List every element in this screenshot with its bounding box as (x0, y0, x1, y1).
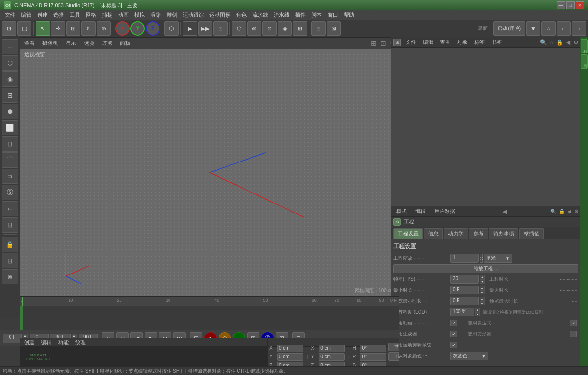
menu-pipeline2[interactable]: 流水线 (271, 10, 292, 20)
menu-mograph[interactable]: 运动图形 (207, 10, 233, 20)
bl-menu-function[interactable]: 功能 (56, 338, 70, 346)
menu-help[interactable]: 帮助 (341, 10, 357, 20)
interface-selector[interactable]: 启动 (用户) (493, 21, 525, 36)
obj-tool-btn[interactable]: ⬡ (164, 21, 179, 36)
render-deform-btn[interactable]: ◈ (278, 21, 292, 36)
timeline-ruler[interactable]: 0 10 20 30 40 50 60 70 80 90 0 F (20, 297, 399, 306)
vp-menu-panel[interactable]: 面板 (118, 39, 132, 48)
rotate-tool-btn[interactable]: ↻ (81, 21, 96, 36)
z-pos-input[interactable]: 0 cm (277, 362, 303, 367)
x-pos-input[interactable]: 0 cm (277, 345, 303, 352)
prop-input-preview-min[interactable]: 0 F (450, 297, 479, 305)
use-deform-checkbox[interactable] (570, 331, 577, 337)
menu-script[interactable]: 脚本 (309, 10, 325, 20)
rs-btn-2[interactable]: 层 (581, 54, 588, 69)
prop-unit-dropdown[interactable]: 厘米▼ (484, 254, 512, 263)
x-size-input[interactable]: 0 cm (319, 345, 345, 352)
anim-tool3-btn[interactable]: ⊡ (213, 21, 228, 36)
vp-maximize-btn[interactable]: ⊡ (380, 40, 386, 47)
preview-min-up[interactable]: ▲ (480, 297, 485, 301)
prop-input-mintime[interactable]: 0 F (450, 286, 479, 294)
rt-menu-bookmark[interactable]: 书签 (489, 38, 504, 47)
world-coord-btn[interactable]: 世界坐标系 (388, 343, 399, 351)
om-search-icon[interactable]: 🔍 (550, 209, 556, 214)
om-tab-edit[interactable]: 编辑 (412, 207, 429, 216)
mintime-up[interactable]: ▲ (480, 286, 485, 290)
render-geo-btn[interactable]: ⬡ (232, 21, 246, 36)
h-rot-input[interactable]: 0° (360, 345, 386, 352)
left-lock-btn[interactable]: 🔒 (2, 237, 18, 252)
menu-edit[interactable]: 编辑 (18, 10, 34, 20)
rt-collapse-icon[interactable]: ◀ (566, 39, 570, 46)
prop-tab-todo[interactable]: 待办事项 (489, 228, 518, 239)
vp-menu-options[interactable]: 选项 (82, 39, 96, 48)
use-gen-checkbox[interactable]: ✓ (450, 331, 457, 337)
left-obj9-btn[interactable]: Ⓢ (2, 185, 18, 200)
timeline-track[interactable] (20, 306, 399, 330)
left-obj8-btn[interactable]: ⊃ (2, 169, 18, 184)
rt-search-icon[interactable]: 🔍 (540, 39, 547, 46)
b-rot-input[interactable]: 0° (360, 362, 386, 367)
rs-btn-1[interactable]: 材 (581, 39, 588, 53)
preview-min-down[interactable]: ▼ (480, 301, 485, 305)
left-obj11-btn[interactable]: ⊞ (2, 217, 18, 233)
rt-menu-tag[interactable]: 标签 (472, 38, 487, 47)
close-button[interactable]: ✕ (576, 1, 584, 9)
bl-menu-create[interactable]: 创建 (22, 338, 36, 346)
om-expand-icon[interactable]: ⚙ (574, 209, 578, 214)
menu-sculpt[interactable]: 雕刻 (164, 10, 180, 20)
render-spline-btn[interactable]: ⊙ (262, 21, 277, 36)
menu-tools[interactable]: 工具 (67, 10, 83, 20)
interface-home[interactable]: ⌂ (541, 21, 556, 36)
z-axis-btn[interactable]: Z (146, 21, 160, 36)
rt-settings-icon[interactable]: ⚙ (573, 39, 578, 46)
render-cam-btn[interactable]: ⊟ (311, 21, 326, 36)
menu-pipeline1[interactable]: 流水线 (249, 10, 271, 20)
prop-tab-reference[interactable]: 参考 (469, 228, 488, 239)
scale-spinner[interactable]: ⬡ (480, 254, 483, 263)
menu-simulate[interactable]: 模拟 (131, 10, 148, 20)
prop-input-lod[interactable]: 100 % (450, 308, 474, 316)
prop-tab-settings[interactable]: 工程设置 (393, 228, 423, 239)
interface-fwd[interactable]: → (572, 21, 586, 36)
use-anim-checkbox[interactable]: ✓ (450, 320, 457, 326)
menu-character[interactable]: 角色 (233, 10, 249, 20)
p-rot-input[interactable]: 0° (360, 353, 386, 361)
rt-menu-file[interactable]: 文件 (404, 38, 418, 47)
left-obj5-btn[interactable]: ⬜ (2, 120, 18, 135)
lod-down[interactable]: ▼ (475, 312, 480, 316)
use-motion-checkbox[interactable]: ✓ (450, 342, 457, 348)
vp-menu-view[interactable]: 查看 (22, 39, 37, 48)
menu-render[interactable]: 渲染 (148, 10, 164, 20)
z-size-input[interactable]: 0 cm (319, 362, 345, 367)
scale-project-btn[interactable]: 缩放工程 ... (393, 264, 578, 273)
rt-home-icon[interactable]: ⌂ (550, 39, 553, 46)
left-select-btn[interactable]: ⊹ (2, 39, 18, 54)
prop-input-fps[interactable]: 30 (450, 275, 479, 284)
current-frame-input[interactable]: 0 F (3, 334, 22, 343)
viewport-canvas[interactable]: 网格间距：100 cm (20, 49, 398, 296)
proj-icon[interactable]: ⚙ (393, 218, 401, 226)
move2-tool-btn[interactable]: ⊕ (97, 21, 111, 36)
prop-tab-info[interactable]: 信息 (424, 228, 443, 239)
mintime-down[interactable]: ▼ (480, 290, 485, 294)
fps-up[interactable]: ▲ (480, 275, 485, 279)
prop-tab-dynamics[interactable]: 动力学 (444, 228, 468, 239)
om-tab-mode[interactable]: 模式 (393, 207, 409, 216)
y-size-input[interactable]: 0 cm (319, 353, 345, 361)
left-settings-btn[interactable]: ⊗ (2, 269, 18, 284)
interface-arrow[interactable]: ▼ (526, 21, 540, 36)
render-scene-btn[interactable]: ⊠ (327, 21, 341, 36)
left-obj2-btn[interactable]: ◉ (2, 71, 18, 87)
menu-select[interactable]: 选择 (50, 10, 67, 20)
x-axis-btn[interactable]: X (115, 21, 130, 36)
render-light-btn[interactable]: ⊞ (293, 21, 307, 36)
menu-mesh[interactable]: 网格 (83, 10, 99, 20)
left-obj6-btn[interactable]: ⊡ (2, 136, 18, 152)
vp-layout-btn[interactable]: ⊞ (371, 40, 377, 47)
anim-tool1-btn[interactable]: ▶ (183, 21, 197, 36)
rt-menu-edit[interactable]: 编辑 (421, 38, 435, 47)
fps-down[interactable]: ▼ (480, 279, 485, 284)
vp-menu-display[interactable]: 显示 (64, 39, 78, 48)
om-collapse-icon[interactable]: ◀ (568, 209, 571, 214)
